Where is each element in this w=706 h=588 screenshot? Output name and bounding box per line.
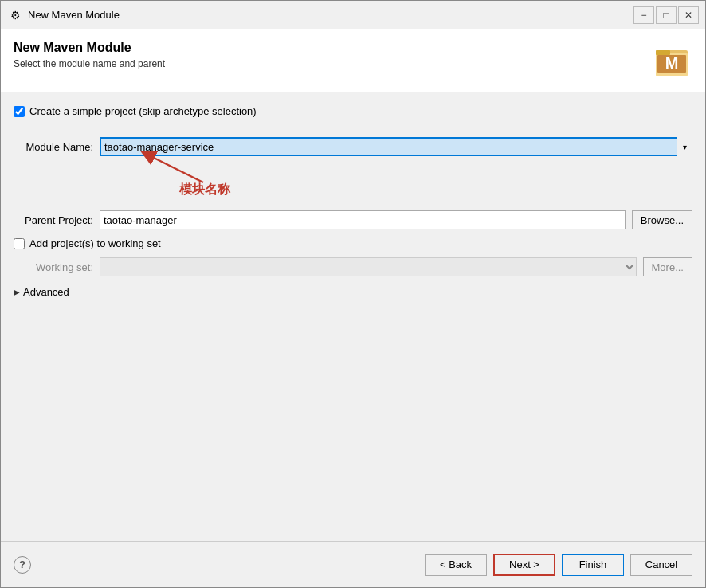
working-set-row: Working set: More...	[14, 257, 692, 276]
simple-project-row: Create a simple project (skip archetype …	[14, 105, 692, 117]
window-title: New Maven Module	[28, 9, 633, 21]
dialog-header-text: New Maven Module Select the module name …	[14, 41, 165, 69]
module-name-label: Module Name:	[14, 141, 93, 153]
footer-left: ?	[14, 556, 31, 574]
title-bar: ⚙ New Maven Module − □ ✕	[1, 1, 705, 29]
dialog-title: New Maven Module	[14, 41, 165, 55]
advanced-triangle-icon: ▶	[14, 288, 20, 296]
dialog-content: Create a simple project (skip archetype …	[1, 92, 705, 541]
simple-project-label[interactable]: Create a simple project (skip archetype …	[29, 105, 257, 117]
parent-project-input[interactable]	[100, 210, 626, 229]
window-icon: ⚙	[7, 7, 23, 23]
maven-icon: M	[651, 41, 692, 82]
close-button[interactable]: ✕	[678, 6, 699, 24]
working-set-label: Working set:	[14, 261, 93, 273]
annotation-container: 模块名称	[100, 164, 692, 202]
separator	[14, 127, 692, 127]
dialog-footer: ? < Back Next > Finish Cancel	[1, 541, 705, 587]
back-button[interactable]: < Back	[425, 554, 487, 576]
advanced-label: Advanced	[23, 286, 69, 298]
working-set-checkbox-row: Add project(s) to working set	[14, 237, 692, 249]
help-button[interactable]: ?	[14, 556, 31, 574]
working-set-select[interactable]	[100, 257, 637, 276]
add-working-set-checkbox[interactable]	[14, 238, 25, 249]
module-name-row: Module Name: ▾	[14, 137, 692, 156]
parent-project-row: Parent Project: Browse...	[14, 210, 692, 229]
simple-project-checkbox[interactable]	[14, 106, 25, 117]
cancel-button[interactable]: Cancel	[630, 554, 692, 576]
window-controls: − □ ✕	[633, 6, 699, 24]
maximize-button[interactable]: □	[656, 6, 677, 24]
module-name-dropdown-btn[interactable]: ▾	[677, 137, 692, 156]
dialog-header: New Maven Module Select the module name …	[1, 29, 705, 92]
dialog-subtitle: Select the module name and parent	[14, 58, 165, 69]
more-button[interactable]: More...	[643, 257, 692, 276]
next-button[interactable]: Next >	[493, 554, 555, 576]
maven-logo-svg: M	[653, 42, 691, 80]
svg-line-6	[147, 155, 203, 182]
parent-project-input-wrapper	[100, 210, 626, 229]
annotation-arrow-svg	[124, 147, 283, 186]
annotation-text: 模块名称	[179, 182, 230, 198]
minimize-button[interactable]: −	[633, 6, 654, 24]
footer-right: < Back Next > Finish Cancel	[425, 554, 692, 576]
add-working-set-label[interactable]: Add project(s) to working set	[29, 237, 161, 249]
finish-button[interactable]: Finish	[562, 554, 624, 576]
dialog-window: ⚙ New Maven Module − □ ✕ New Maven Modul…	[0, 0, 706, 588]
advanced-row[interactable]: ▶ Advanced	[14, 284, 692, 300]
parent-project-label: Parent Project:	[14, 214, 93, 226]
svg-text:M: M	[665, 54, 679, 72]
browse-button[interactable]: Browse...	[632, 210, 692, 229]
